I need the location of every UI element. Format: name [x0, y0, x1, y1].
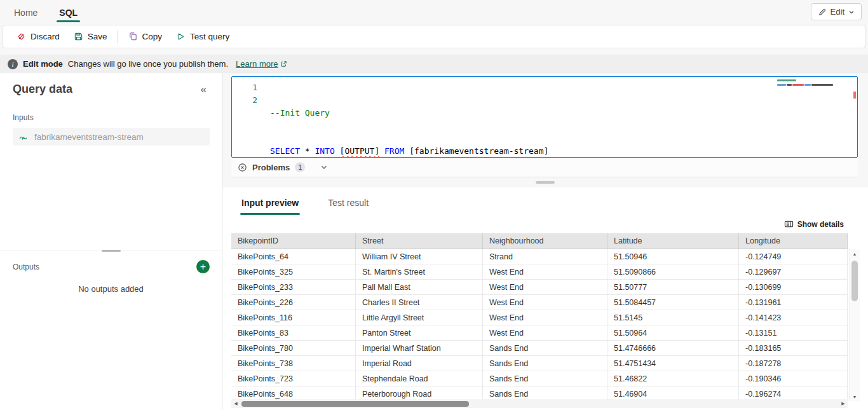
table-cell: Charles II Street [356, 295, 483, 310]
table-cell: West End [483, 325, 607, 341]
table-cell: Pall Mall East [356, 280, 483, 295]
table-cell: -0.13151 [739, 325, 848, 341]
problems-expand-chevron-icon[interactable] [320, 163, 328, 171]
table-row[interactable]: BikePoints_64William IV StreetStrand51.5… [231, 249, 848, 264]
code-line-2: SELECT * INTO [OUTPUT] FROM [fabrikameve… [270, 145, 857, 158]
save-icon [74, 32, 83, 41]
line-number: 2 [232, 94, 257, 107]
code-lines: --Init Query SELECT * INTO [OUTPUT] FROM… [270, 77, 857, 158]
chevron-down-icon [848, 9, 855, 15]
save-label: Save [88, 32, 107, 41]
info-icon: i [8, 59, 18, 69]
scroll-right-icon[interactable]: ▶ [839, 401, 848, 406]
discard-button[interactable]: Discard [10, 27, 67, 46]
details-panel-icon [784, 219, 794, 229]
table-cell: BikePoints_226 [231, 295, 356, 310]
scroll-down-icon[interactable]: ▼ [850, 392, 860, 401]
line-number: 1 [232, 81, 257, 94]
table-cell: Imperial Wharf Station [356, 341, 483, 356]
table-row[interactable]: BikePoints_780Imperial Wharf StationSand… [231, 341, 848, 356]
play-icon [176, 32, 186, 41]
learn-more-link[interactable]: Learn more [236, 59, 287, 69]
table-row[interactable]: BikePoints_723Stephendale RoadSands End5… [231, 371, 848, 386]
vertical-scroll-thumb[interactable] [851, 261, 858, 301]
preview-table-header: BikepointIDStreetNeighbourhoodLatitudeLo… [231, 233, 848, 249]
preview-card: Input preview Test result Show details B… [222, 188, 868, 410]
table-cell: Imperial Road [356, 356, 483, 371]
outputs-empty-text: No outputs added [0, 284, 222, 294]
table-row[interactable]: BikePoints_233Pall Mall EastWest End51.5… [231, 280, 848, 295]
scroll-up-icon[interactable]: ▲ [850, 249, 860, 258]
test-query-button[interactable]: Test query [169, 27, 236, 46]
sql-code-editor[interactable]: 1 2 --Init Query SELECT * INTO [OUTPUT] … [231, 76, 858, 158]
tab-sql[interactable]: SQL [58, 2, 79, 22]
table-row[interactable]: BikePoints_325St. Martin's StreetWest En… [231, 264, 848, 280]
table-cell: BikePoints_233 [231, 280, 356, 295]
tab-input-preview[interactable]: Input preview [240, 194, 300, 215]
tab-test-result[interactable]: Test result [327, 194, 370, 215]
table-row[interactable]: BikePoints_83Panton StreetWest End51.509… [231, 325, 848, 341]
edit-button[interactable]: Edit [811, 3, 862, 20]
minimap[interactable] [777, 79, 848, 88]
edit-button-label: Edit [831, 7, 844, 17]
sql-editor-card: 1 2 --Init Query SELECT * INTO [OUTPUT] … [231, 76, 858, 177]
outputs-section: Outputs + No outputs added [0, 250, 222, 294]
table-cell: -0.131961 [739, 295, 848, 310]
add-output-button[interactable]: + [196, 260, 210, 273]
table-cell: Stephendale Road [356, 371, 483, 386]
table-cell: Sands End [483, 371, 607, 386]
table-cell: 51.50964 [607, 325, 739, 341]
code-token [335, 146, 340, 156]
collapse-sidebar-icon[interactable]: « [201, 83, 207, 96]
tab-home[interactable]: Home [13, 2, 39, 22]
scroll-left-icon[interactable]: ◀ [231, 401, 240, 406]
column-header-bikepointid[interactable]: BikepointID [231, 233, 356, 249]
table-row[interactable]: BikePoints_116Little Argyll StreetWest E… [231, 310, 848, 325]
code-token: * [300, 146, 315, 156]
horizontal-scroll-thumb[interactable] [241, 401, 469, 407]
problems-label: Problems [252, 163, 290, 172]
edit-mode-banner: i Edit mode Changes will go live once yo… [0, 55, 868, 73]
learn-more-label: Learn more [236, 59, 278, 69]
table-cell: 51.5090866 [607, 264, 739, 280]
external-link-icon [280, 60, 287, 67]
table-cell: -0.187278 [739, 356, 848, 371]
input-item-eventstream[interactable]: fabrikameventstream-stream [13, 128, 210, 146]
problems-bar[interactable]: Problems 1 [231, 158, 858, 177]
preview-table-body: BikePoints_64William IV StreetStrand51.5… [231, 249, 848, 402]
column-header-street[interactable]: Street [356, 233, 483, 249]
table-row[interactable]: BikePoints_226Charles II StreetWest End5… [231, 295, 848, 310]
column-header-latitude[interactable]: Latitude [607, 233, 739, 249]
table-cell: 51.4746666 [607, 341, 739, 356]
code-token: [fabrikameventstream-stream] [409, 146, 548, 156]
code-token: FROM [384, 146, 404, 156]
table-cell: -0.183165 [739, 341, 848, 356]
table-cell: Little Argyll Street [356, 310, 483, 325]
table-cell: -0.130699 [739, 280, 848, 295]
table-cell: -0.141423 [739, 310, 848, 325]
table-cell: St. Martin's Street [356, 264, 483, 280]
command-toolbar: Discard Save Copy Test query [3, 25, 865, 48]
table-cell: BikePoints_723 [231, 371, 356, 386]
pane-resize-handle[interactable] [536, 181, 555, 184]
copy-button[interactable]: Copy [121, 27, 170, 46]
save-button[interactable]: Save [67, 27, 114, 46]
vertical-scrollbar[interactable]: ▲ ▼ [849, 249, 860, 401]
table-cell: 51.50946 [607, 249, 739, 264]
show-details-button[interactable]: Show details [784, 219, 844, 229]
horizontal-scrollbar[interactable]: ◀ ▶ [231, 399, 848, 408]
table-cell: BikePoints_64 [231, 249, 356, 264]
outputs-label: Outputs [13, 263, 39, 271]
table-row[interactable]: BikePoints_738Imperial RoadSands End51.4… [231, 356, 848, 371]
show-details-label: Show details [797, 220, 844, 229]
preview-tabs: Input preview Test result [222, 188, 868, 215]
banner-message: Changes will go live once you publish th… [68, 59, 228, 69]
pencil-icon [818, 8, 827, 17]
column-header-neighbourhood[interactable]: Neighbourhood [483, 233, 607, 249]
test-query-label: Test query [190, 32, 229, 41]
table-cell: -0.129697 [739, 264, 848, 280]
table-cell: West End [483, 295, 607, 310]
content-area: Query data « Inputs fabrikameventstream-… [0, 73, 868, 410]
column-header-longitude[interactable]: Longitude [739, 233, 848, 249]
problems-count-badge: 1 [295, 162, 305, 172]
